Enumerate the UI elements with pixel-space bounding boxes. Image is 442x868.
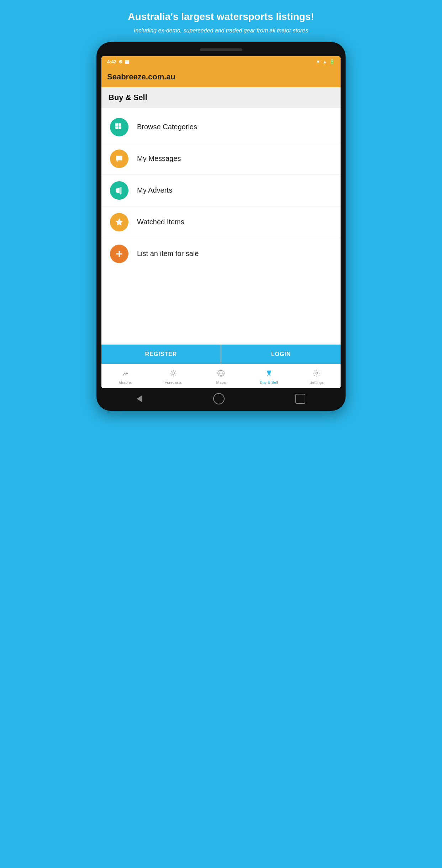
settings-label: Settings <box>310 380 324 385</box>
phone-speaker <box>200 48 242 51</box>
phone-frame: 4:42 ⚙ ▦ ▼ ▲ 🔋 Seabreeze.com.au Buy & Se… <box>96 42 346 411</box>
menu-item-watched-items[interactable]: Watched Items <box>101 206 341 238</box>
sim-icon: ▦ <box>125 59 129 64</box>
menu-list: Browse Categories My Messages <box>101 108 341 273</box>
svg-point-4 <box>117 157 118 158</box>
menu-item-browse-categories[interactable]: Browse Categories <box>101 111 341 143</box>
svg-line-13 <box>175 375 175 375</box>
status-bar: 4:42 ⚙ ▦ ▼ ▲ 🔋 <box>101 56 341 67</box>
settings-nav-icon <box>313 369 321 379</box>
register-button[interactable]: REGISTER <box>101 345 221 364</box>
watched-items-icon <box>110 213 128 231</box>
graphs-icon <box>121 369 129 379</box>
phone-nav-bar <box>101 388 341 411</box>
forecasts-label: Forecasts <box>164 380 181 385</box>
svg-rect-3 <box>119 126 121 129</box>
menu-item-my-adverts[interactable]: My Adverts <box>101 175 341 206</box>
buy-sell-icon <box>265 369 273 379</box>
svg-rect-1 <box>119 123 121 126</box>
browse-categories-label: Browse Categories <box>137 123 197 131</box>
bottom-nav: Graphs <box>101 364 341 388</box>
back-button[interactable] <box>137 395 142 402</box>
app-bar: Seabreeze.com.au <box>101 67 341 87</box>
status-left: 4:42 ⚙ ▦ <box>107 59 129 64</box>
svg-point-5 <box>119 157 120 158</box>
my-adverts-label: My Adverts <box>137 186 172 194</box>
nav-item-forecasts[interactable]: Forecasts <box>149 368 197 386</box>
content-spacer <box>101 273 341 344</box>
phone-screen: 4:42 ⚙ ▦ ▼ ▲ 🔋 Seabreeze.com.au Buy & Se… <box>101 56 341 388</box>
main-subtitle: Including ex-demo, superseded and traded… <box>128 26 314 35</box>
forecasts-icon <box>169 369 177 379</box>
svg-rect-0 <box>115 123 118 126</box>
section-header: Buy & Sell <box>101 87 341 108</box>
app-title: Seabreeze.com.au <box>107 72 335 82</box>
home-button[interactable] <box>213 393 225 404</box>
watched-items-label: Watched Items <box>137 218 184 226</box>
main-headline: Australia's largest watersports listings… <box>128 11 314 23</box>
svg-line-15 <box>175 371 175 371</box>
content-area: Buy & Sell Browse Categories <box>101 87 341 388</box>
login-button[interactable]: LOGIN <box>221 345 341 364</box>
maps-icon <box>217 369 225 379</box>
section-title: Buy & Sell <box>109 93 333 102</box>
my-messages-label: My Messages <box>137 155 181 163</box>
status-right: ▼ ▲ 🔋 <box>316 59 335 64</box>
time-display: 4:42 <box>107 59 116 64</box>
recents-button[interactable] <box>295 394 305 404</box>
graphs-label: Graphs <box>119 380 132 385</box>
list-item-label: List an item for sale <box>137 250 199 258</box>
menu-item-my-messages[interactable]: My Messages <box>101 143 341 175</box>
list-item-icon <box>110 245 128 263</box>
action-buttons: REGISTER LOGIN <box>101 344 341 364</box>
svg-point-6 <box>120 157 121 158</box>
menu-item-list-item[interactable]: List an item for sale <box>101 238 341 270</box>
browse-categories-icon <box>110 118 128 136</box>
nav-item-buy-sell[interactable]: Buy & Sell <box>245 368 293 386</box>
my-messages-icon <box>110 150 128 168</box>
signal-icon: ▲ <box>322 59 327 64</box>
nav-item-settings[interactable]: Settings <box>293 368 341 386</box>
my-adverts-icon <box>110 181 128 200</box>
svg-line-12 <box>171 371 172 371</box>
page-header: Australia's largest watersports listings… <box>114 11 328 42</box>
wifi-icon: ▼ <box>316 59 320 64</box>
nav-item-graphs[interactable]: Graphs <box>101 368 149 386</box>
svg-point-7 <box>172 372 174 374</box>
svg-point-19 <box>270 375 271 376</box>
battery-icon: 🔋 <box>329 59 335 64</box>
svg-point-18 <box>267 375 268 376</box>
settings-icon: ⚙ <box>119 59 123 64</box>
buy-sell-label: Buy & Sell <box>260 380 278 385</box>
maps-label: Maps <box>216 380 226 385</box>
svg-rect-2 <box>115 126 118 129</box>
svg-line-14 <box>171 375 172 375</box>
svg-point-20 <box>316 372 318 374</box>
nav-item-maps[interactable]: Maps <box>197 368 245 386</box>
